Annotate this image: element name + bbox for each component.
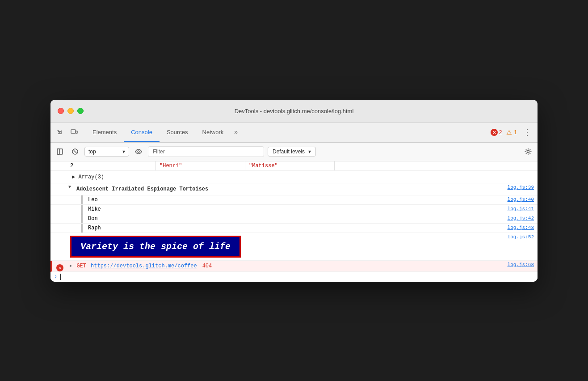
console-row-mike: Mike log.js:41 — [50, 205, 538, 214]
more-options-button[interactable]: ⋮ — [521, 126, 534, 139]
console-row-don: Don log.js:42 — [50, 214, 538, 224]
table-data-row: 2 "Henri" "Matisse" — [50, 161, 538, 171]
row-icon-leo — [50, 195, 67, 204]
tabbar-icons — [54, 127, 80, 138]
window-title: DevTools - devtools.glitch.me/console/lo… — [235, 108, 354, 114]
console-row-leo: Leo log.js:40 — [50, 195, 538, 205]
maximize-button[interactable] — [77, 108, 84, 114]
device-toggle-icon[interactable] — [68, 127, 80, 138]
collapse-triangle-icon: ▼ — [68, 185, 71, 190]
levels-dropdown-icon: ▾ — [308, 148, 311, 155]
variety-source[interactable]: log.js:52 — [497, 233, 538, 260]
tabbar-right: ✕ 2 ⚠ 1 ⋮ — [491, 126, 534, 139]
group-header-row: ▼ Adolescent Irradiated Espionage Tortoi… — [50, 183, 538, 195]
mike-source[interactable]: log.js:41 — [497, 205, 538, 214]
raph-content: Raph — [83, 224, 497, 233]
console-content: 2 "Henri" "Matisse" ▶ Array(3) — [50, 161, 538, 282]
clear-console-button[interactable] — [69, 146, 81, 157]
traffic-lights — [58, 108, 84, 114]
filter-input[interactable] — [148, 146, 264, 157]
error-circle-icon: ✕ — [56, 264, 63, 271]
sidebar-toggle-button[interactable] — [54, 146, 66, 157]
svg-point-6 — [138, 151, 139, 152]
error-icon: ✕ — [491, 129, 498, 136]
dropdown-arrow-icon: ▾ — [122, 148, 125, 155]
variety-content: Variety is the spice of life — [67, 233, 497, 260]
titlebar: DevTools - devtools.glitch.me/console/lo… — [50, 100, 538, 123]
don-source[interactable]: log.js:42 — [497, 214, 538, 223]
console-row-raph: Raph log.js:43 — [50, 224, 538, 233]
table-row-content: 2 "Henri" "Matisse" — [67, 161, 538, 170]
console-input-row: › — [50, 272, 538, 282]
error-content: ▶ GET https://devtools.glitch.me/coffee … — [68, 261, 497, 271]
svg-point-7 — [527, 151, 529, 153]
row-icon-mike — [50, 205, 67, 214]
row-left-space-2 — [50, 171, 67, 183]
svg-line-5 — [74, 150, 76, 153]
settings-button[interactable] — [522, 146, 534, 157]
group-row-icon — [50, 183, 67, 195]
group-content[interactable]: ▼ Adolescent Irradiated Espionage Tortoi… — [67, 183, 497, 195]
console-toolbar: top ▾ Default levels ▾ — [50, 143, 538, 161]
variety-styled-text: Variety is the spice of life — [70, 236, 241, 258]
table-index-cell: 2 — [67, 161, 156, 170]
raph-source[interactable]: log.js:43 — [497, 224, 538, 233]
leo-source[interactable]: log.js:40 — [497, 195, 538, 204]
error-badge[interactable]: ✕ 2 — [491, 129, 502, 136]
variety-left-icon — [50, 233, 67, 260]
inspect-icon[interactable] — [54, 127, 66, 138]
error-status-code: 404 — [202, 263, 212, 269]
text-cursor — [60, 274, 61, 280]
svg-rect-1 — [76, 131, 77, 133]
table-last-name-cell: "Matisse" — [245, 161, 335, 170]
row-icon-don — [50, 214, 67, 223]
tab-more[interactable]: » — [231, 123, 241, 142]
tab-console[interactable]: Console — [124, 123, 160, 142]
prompt-icon: › — [54, 274, 57, 280]
devtools-window: DevTools - devtools.glitch.me/console/lo… — [50, 100, 538, 282]
tabbar: Elements Console Sources Network » ✕ 2 ⚠… — [50, 123, 538, 143]
variety-row: Variety is the spice of life log.js:52 — [50, 233, 538, 261]
tab-network[interactable]: Network — [195, 123, 231, 142]
row-left-space — [50, 161, 67, 170]
error-row-icon: ✕ — [52, 261, 68, 271]
tab-sources[interactable]: Sources — [160, 123, 195, 142]
warning-icon: ⚠ — [505, 129, 512, 136]
mike-content: Mike — [83, 205, 497, 214]
context-selector[interactable]: top ▾ — [84, 147, 129, 157]
close-button[interactable] — [58, 108, 64, 114]
svg-rect-0 — [71, 130, 76, 133]
error-source[interactable]: log.js:68 — [497, 261, 538, 271]
don-content: Don — [83, 214, 497, 223]
svg-rect-3 — [57, 149, 63, 154]
error-row: ✕ ▶ GET https://devtools.glitch.me/coffe… — [50, 261, 538, 272]
array-row: ▶ Array(3) — [50, 171, 538, 183]
leo-content: Leo — [83, 195, 497, 204]
array-content[interactable]: ▶ Array(3) — [67, 171, 538, 183]
minimize-button[interactable] — [67, 108, 74, 114]
error-method: GET — [76, 263, 86, 269]
error-url[interactable]: https://devtools.glitch.me/coffee — [91, 263, 197, 269]
row-icon-raph — [50, 224, 67, 233]
table-cells: 2 "Henri" "Matisse" — [67, 161, 538, 170]
warning-badge[interactable]: ⚠ 1 — [505, 129, 517, 136]
log-levels-button[interactable]: Default levels ▾ — [268, 147, 316, 157]
eye-icon[interactable] — [133, 146, 144, 157]
tab-elements[interactable]: Elements — [85, 123, 124, 142]
error-expand-icon[interactable]: ▶ — [70, 263, 72, 268]
group-source[interactable]: log.js:39 — [497, 183, 538, 195]
table-first-name-cell: "Henri" — [156, 161, 245, 170]
